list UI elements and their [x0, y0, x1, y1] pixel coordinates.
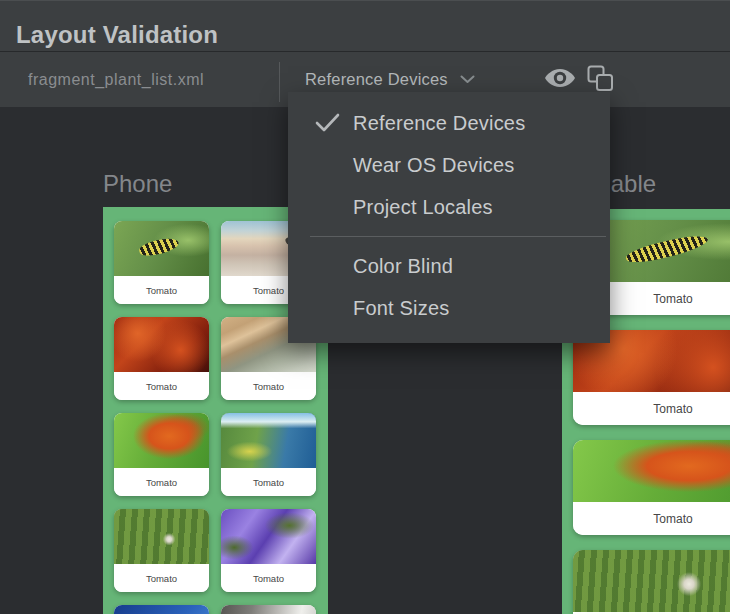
file-tab[interactable]: fragment_plant_list.xml: [22, 52, 210, 107]
plant-card-label: Tomato: [114, 276, 209, 304]
menu-item-font-sizes[interactable]: Font Sizes: [288, 287, 610, 329]
visibility-icon: [543, 66, 577, 93]
plant-card: Tomato: [221, 509, 316, 592]
maple-leaf-photo: [114, 413, 209, 468]
tool-window-titlebar: Layout Validation: [0, 0, 730, 52]
menu-item-label: Font Sizes: [353, 297, 449, 320]
plant-card-label: Tomato: [573, 502, 730, 535]
menu-item-project-locales[interactable]: Project Locales: [288, 186, 610, 228]
menu-separator: [310, 236, 606, 237]
coast-aerial-photo: [221, 413, 316, 468]
plant-card-label: Tomato: [221, 372, 316, 400]
plant-card-label: Tomato: [114, 372, 209, 400]
menu-item-wear-os-devices[interactable]: Wear OS Devices: [288, 144, 610, 186]
preview-heading-phone: Phone: [103, 172, 172, 196]
menu-item-color-blind[interactable]: Color Blind: [288, 245, 610, 287]
plant-card: Tomato: [573, 440, 730, 535]
plant-card: Tomato: [221, 413, 316, 496]
plant-card: Tomato: [114, 221, 209, 304]
menu-item-reference-devices[interactable]: Reference Devices: [288, 102, 610, 144]
blue-sky-photo: [114, 605, 209, 614]
menu-item-label: Reference Devices: [353, 112, 525, 135]
purple-river-photo: [221, 509, 316, 564]
farm-aerial-photo: [114, 509, 209, 564]
plant-card: Tomato: [114, 317, 209, 400]
layout-validation-window: Layout Validation fragment_plant_list.xm…: [0, 0, 730, 614]
plant-card: Tomato: [573, 330, 730, 425]
chevron-down-icon: [460, 72, 475, 87]
mode-dropdown-menu: Reference DevicesWear OS DevicesProject …: [288, 92, 610, 343]
plant-card-label: Tomato: [221, 564, 316, 592]
file-tab-label: fragment_plant_list.xml: [28, 71, 204, 89]
toolbar-divider: [279, 62, 280, 102]
gray-mountain-photo: [221, 605, 316, 614]
menu-item-label: Color Blind: [353, 255, 453, 278]
plant-card: Tomato: [114, 509, 209, 592]
plant-card: Tomato: [221, 605, 316, 614]
maple-dense-photo: [114, 317, 209, 372]
copy-icon: [587, 64, 615, 95]
menu-item-label: Project Locales: [353, 196, 493, 219]
plant-card-label: Tomato: [114, 564, 209, 592]
plant-card: Tomato: [114, 605, 209, 614]
plant-card-label: Tomato: [573, 392, 730, 425]
plant-card: Tomato: [114, 413, 209, 496]
farm-aerial-photo: [573, 550, 730, 612]
caterpillar-photo: [114, 221, 209, 276]
tool-window-title: Layout Validation: [16, 22, 218, 48]
menu-item-label: Wear OS Devices: [353, 154, 515, 177]
plant-card-label: Tomato: [114, 468, 209, 496]
mode-selector-label: Reference Devices: [305, 70, 448, 89]
plant-card: Tomato: [573, 550, 730, 614]
maple-leaf-photo: [573, 440, 730, 502]
checkmark-icon: [315, 113, 353, 133]
plant-card-label: Tomato: [221, 468, 316, 496]
